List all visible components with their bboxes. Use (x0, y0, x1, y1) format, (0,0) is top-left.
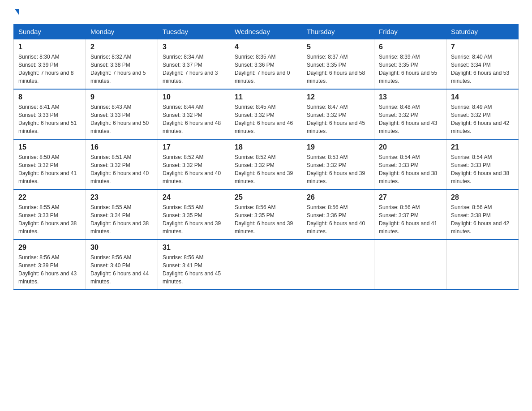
day-info: Sunrise: 8:53 AMSunset: 3:32 PMDaylight:… (307, 153, 369, 185)
day-number: 14 (451, 93, 514, 101)
calendar-cell: 20 Sunrise: 8:54 AMSunset: 3:33 PMDaylig… (374, 139, 446, 189)
calendar-cell: 13 Sunrise: 8:48 AMSunset: 3:32 PMDaylig… (374, 89, 446, 139)
day-info: Sunrise: 8:32 AMSunset: 3:38 PMDaylight:… (90, 53, 153, 85)
calendar-week-row: 29 Sunrise: 8:56 AMSunset: 3:39 PMDaylig… (14, 240, 519, 290)
calendar-cell: 9 Sunrise: 8:43 AMSunset: 3:33 PMDayligh… (86, 89, 158, 139)
day-info: Sunrise: 8:56 AMSunset: 3:36 PMDaylight:… (307, 203, 369, 235)
calendar-cell: 31 Sunrise: 8:56 AMSunset: 3:41 PMDaylig… (158, 240, 230, 290)
day-info: Sunrise: 8:39 AMSunset: 3:35 PMDaylight:… (379, 53, 442, 85)
calendar-cell (302, 240, 374, 290)
calendar-cell: 1 Sunrise: 8:30 AMSunset: 3:39 PMDayligh… (14, 39, 86, 90)
day-info: Sunrise: 8:56 AMSunset: 3:39 PMDaylight:… (18, 253, 81, 286)
calendar-cell: 30 Sunrise: 8:56 AMSunset: 3:40 PMDaylig… (86, 240, 158, 290)
calendar-week-row: 22 Sunrise: 8:55 AMSunset: 3:33 PMDaylig… (14, 189, 519, 240)
calendar-cell: 12 Sunrise: 8:47 AMSunset: 3:32 PMDaylig… (302, 89, 374, 139)
weekday-header-sunday: Sunday (14, 24, 86, 39)
day-number: 30 (90, 244, 153, 252)
day-number: 13 (379, 93, 442, 101)
calendar-cell (374, 240, 446, 290)
calendar-week-row: 8 Sunrise: 8:41 AMSunset: 3:33 PMDayligh… (14, 89, 519, 139)
day-number: 12 (307, 93, 369, 101)
calendar-table: SundayMondayTuesdayWednesdayThursdayFrid… (13, 24, 519, 290)
day-info: Sunrise: 8:52 AMSunset: 3:32 PMDaylight:… (235, 153, 297, 185)
page-header (13, 9, 519, 15)
weekday-header-friday: Friday (374, 24, 446, 39)
day-info: Sunrise: 8:56 AMSunset: 3:35 PMDaylight:… (235, 203, 297, 235)
logo (13, 9, 19, 15)
day-number: 9 (90, 93, 153, 101)
day-info: Sunrise: 8:50 AMSunset: 3:32 PMDaylight:… (18, 153, 81, 185)
calendar-cell: 7 Sunrise: 8:40 AMSunset: 3:34 PMDayligh… (446, 39, 519, 90)
day-number: 24 (163, 193, 225, 201)
day-number: 6 (379, 43, 442, 51)
day-info: Sunrise: 8:56 AMSunset: 3:40 PMDaylight:… (90, 253, 153, 286)
calendar-cell: 8 Sunrise: 8:41 AMSunset: 3:33 PMDayligh… (14, 89, 86, 139)
weekday-header-row: SundayMondayTuesdayWednesdayThursdayFrid… (14, 24, 519, 39)
calendar-cell: 23 Sunrise: 8:55 AMSunset: 3:34 PMDaylig… (86, 189, 158, 240)
day-info: Sunrise: 8:56 AMSunset: 3:38 PMDaylight:… (451, 203, 514, 235)
day-number: 10 (163, 93, 225, 101)
logo-triangle-icon (15, 9, 19, 15)
day-info: Sunrise: 8:37 AMSunset: 3:35 PMDaylight:… (307, 53, 369, 85)
day-number: 18 (235, 143, 297, 151)
calendar-cell: 27 Sunrise: 8:56 AMSunset: 3:37 PMDaylig… (374, 189, 446, 240)
day-info: Sunrise: 8:47 AMSunset: 3:32 PMDaylight:… (307, 103, 369, 135)
calendar-cell: 14 Sunrise: 8:49 AMSunset: 3:32 PMDaylig… (446, 89, 519, 139)
calendar-cell: 29 Sunrise: 8:56 AMSunset: 3:39 PMDaylig… (14, 240, 86, 290)
calendar-cell: 6 Sunrise: 8:39 AMSunset: 3:35 PMDayligh… (374, 39, 446, 90)
day-info: Sunrise: 8:55 AMSunset: 3:35 PMDaylight:… (163, 203, 225, 235)
day-info: Sunrise: 8:35 AMSunset: 3:36 PMDaylight:… (235, 53, 297, 85)
weekday-header-thursday: Thursday (302, 24, 374, 39)
calendar-cell: 18 Sunrise: 8:52 AMSunset: 3:32 PMDaylig… (230, 139, 302, 189)
day-number: 28 (451, 193, 514, 201)
calendar-cell: 17 Sunrise: 8:52 AMSunset: 3:32 PMDaylig… (158, 139, 230, 189)
day-number: 29 (18, 244, 81, 252)
calendar-cell: 19 Sunrise: 8:53 AMSunset: 3:32 PMDaylig… (302, 139, 374, 189)
calendar-cell: 10 Sunrise: 8:44 AMSunset: 3:32 PMDaylig… (158, 89, 230, 139)
weekday-header-monday: Monday (86, 24, 158, 39)
calendar-cell: 5 Sunrise: 8:37 AMSunset: 3:35 PMDayligh… (302, 39, 374, 90)
day-number: 5 (307, 43, 369, 51)
day-info: Sunrise: 8:55 AMSunset: 3:33 PMDaylight:… (18, 203, 81, 235)
day-number: 17 (163, 143, 225, 151)
calendar-cell: 28 Sunrise: 8:56 AMSunset: 3:38 PMDaylig… (446, 189, 519, 240)
day-info: Sunrise: 8:56 AMSunset: 3:37 PMDaylight:… (379, 203, 442, 235)
day-info: Sunrise: 8:41 AMSunset: 3:33 PMDaylight:… (18, 103, 81, 135)
day-number: 20 (379, 143, 442, 151)
calendar-cell: 11 Sunrise: 8:45 AMSunset: 3:32 PMDaylig… (230, 89, 302, 139)
day-info: Sunrise: 8:54 AMSunset: 3:33 PMDaylight:… (451, 153, 514, 185)
day-number: 15 (18, 143, 81, 151)
day-number: 22 (18, 193, 81, 201)
day-info: Sunrise: 8:34 AMSunset: 3:37 PMDaylight:… (163, 53, 225, 85)
day-number: 23 (90, 193, 153, 201)
calendar-cell: 22 Sunrise: 8:55 AMSunset: 3:33 PMDaylig… (14, 189, 86, 240)
day-info: Sunrise: 8:54 AMSunset: 3:33 PMDaylight:… (379, 153, 442, 185)
day-info: Sunrise: 8:40 AMSunset: 3:34 PMDaylight:… (451, 53, 514, 85)
calendar-week-row: 1 Sunrise: 8:30 AMSunset: 3:39 PMDayligh… (14, 39, 519, 90)
day-info: Sunrise: 8:49 AMSunset: 3:32 PMDaylight:… (451, 103, 514, 135)
day-number: 19 (307, 143, 369, 151)
calendar-cell: 24 Sunrise: 8:55 AMSunset: 3:35 PMDaylig… (158, 189, 230, 240)
weekday-header-saturday: Saturday (446, 24, 519, 39)
day-info: Sunrise: 8:44 AMSunset: 3:32 PMDaylight:… (163, 103, 225, 135)
day-number: 27 (379, 193, 442, 201)
weekday-header-tuesday: Tuesday (158, 24, 230, 39)
day-info: Sunrise: 8:30 AMSunset: 3:39 PMDaylight:… (18, 53, 81, 85)
calendar-cell (446, 240, 519, 290)
calendar-cell (230, 240, 302, 290)
day-number: 11 (235, 93, 297, 101)
day-info: Sunrise: 8:52 AMSunset: 3:32 PMDaylight:… (163, 153, 225, 185)
day-info: Sunrise: 8:51 AMSunset: 3:32 PMDaylight:… (90, 153, 153, 185)
day-number: 4 (235, 43, 297, 51)
day-number: 26 (307, 193, 369, 201)
calendar-cell: 15 Sunrise: 8:50 AMSunset: 3:32 PMDaylig… (14, 139, 86, 189)
day-number: 25 (235, 193, 297, 201)
day-info: Sunrise: 8:55 AMSunset: 3:34 PMDaylight:… (90, 203, 153, 235)
day-number: 21 (451, 143, 514, 151)
day-number: 8 (18, 93, 81, 101)
day-number: 31 (163, 244, 225, 252)
day-info: Sunrise: 8:43 AMSunset: 3:33 PMDaylight:… (90, 103, 153, 135)
day-number: 16 (90, 143, 153, 151)
calendar-cell: 26 Sunrise: 8:56 AMSunset: 3:36 PMDaylig… (302, 189, 374, 240)
day-number: 7 (451, 43, 514, 51)
